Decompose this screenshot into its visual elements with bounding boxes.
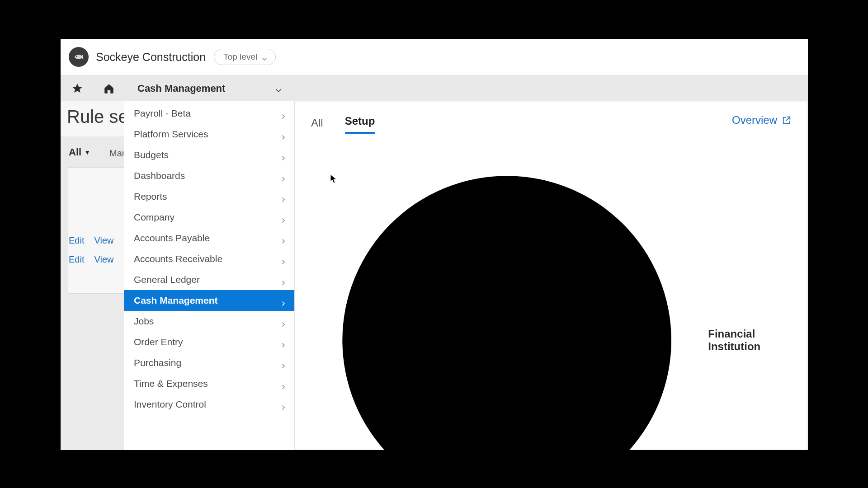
entity-level-label: Top level <box>223 52 257 62</box>
chevron-right-icon <box>281 194 286 199</box>
module-item-general-ledger[interactable]: General Ledger <box>124 269 294 290</box>
mega-tabs: All Setup <box>311 114 792 134</box>
secondary-nav: Cash Management <box>61 75 808 101</box>
chevron-right-icon <box>281 298 286 303</box>
page-body: Rule set All ▼ Man Edit View Edit View P… <box>61 101 808 450</box>
module-item-accounts-payable[interactable]: Accounts Payable <box>124 228 294 249</box>
module-item-label: General Ledger <box>134 274 200 285</box>
page-title: Rule set <box>67 107 133 127</box>
chevron-right-icon <box>281 235 286 241</box>
mega-menu-content: All Setup Overview Financial Institution… <box>295 101 808 450</box>
overview-label: Overview <box>732 114 777 127</box>
tab-all[interactable]: All <box>311 117 323 134</box>
app-window: Sockeye Construction Top level Cash Mana… <box>61 39 808 450</box>
module-item-reports[interactable]: Reports <box>124 186 294 207</box>
view-filter-label: All <box>69 146 81 158</box>
entity-level-dropdown[interactable]: Top level <box>214 49 276 65</box>
tab-setup[interactable]: Setup <box>345 115 375 134</box>
view-link[interactable]: View <box>94 254 113 265</box>
caret-down-icon: ▼ <box>84 149 90 156</box>
external-link-icon <box>782 115 792 125</box>
overview-link[interactable]: Overview <box>732 114 792 127</box>
chevron-right-icon <box>281 256 286 262</box>
edit-link[interactable]: Edit <box>69 235 84 246</box>
top-header: Sockeye Construction Top level <box>61 39 808 75</box>
mega-menu-modules: Payroll - BetaPlatform ServicesBudgetsDa… <box>124 101 295 450</box>
company-name: Sockeye Construction <box>96 51 206 64</box>
fish-icon <box>72 51 85 63</box>
module-dropdown[interactable]: Cash Management <box>137 83 282 94</box>
chevron-down-icon <box>275 85 282 92</box>
module-item-budgets[interactable]: Budgets <box>124 145 294 165</box>
module-item-inventory-control[interactable]: Inventory Control <box>124 394 294 415</box>
table-row: Edit View <box>69 231 113 249</box>
module-item-cash-management[interactable]: Cash Management <box>124 290 294 311</box>
module-item-label: Payroll - Beta <box>134 108 191 119</box>
chevron-right-icon <box>281 402 286 407</box>
module-item-time-expenses[interactable]: Time & Expenses <box>124 373 294 394</box>
svg-point-0 <box>76 56 77 57</box>
module-item-payroll-beta[interactable]: Payroll - Beta <box>124 103 294 124</box>
home-icon[interactable] <box>103 83 115 94</box>
company-logo[interactable] <box>69 47 89 67</box>
edit-link[interactable]: Edit <box>69 254 84 265</box>
module-item-jobs[interactable]: Jobs <box>124 311 294 332</box>
chevron-right-icon <box>281 152 286 158</box>
module-label: Cash Management <box>137 83 225 94</box>
module-item-platform-services[interactable]: Platform Services <box>124 124 294 145</box>
module-item-label: Jobs <box>134 316 154 327</box>
module-item-dashboards[interactable]: Dashboards <box>124 165 294 186</box>
module-item-company[interactable]: Company <box>124 207 294 228</box>
module-item-label: Time & Expenses <box>134 378 208 389</box>
add-icon[interactable] <box>311 145 703 450</box>
module-item-order-entry[interactable]: Order Entry <box>124 332 294 352</box>
chevron-right-icon <box>281 339 286 345</box>
module-item-label: Accounts Receivable <box>134 253 222 264</box>
module-item-label: Order Entry <box>134 337 183 347</box>
view-link[interactable]: View <box>94 235 113 246</box>
chevron-right-icon <box>281 215 286 220</box>
chevron-right-icon <box>281 381 286 386</box>
table-row: Edit View <box>69 250 113 268</box>
chevron-right-icon <box>281 360 286 366</box>
module-item-label: Budgets <box>134 150 169 160</box>
module-item-purchasing[interactable]: Purchasing <box>124 352 294 373</box>
module-item-label: Platform Services <box>134 129 208 140</box>
module-item-label: Inventory Control <box>134 399 206 410</box>
svg-point-1 <box>342 176 671 450</box>
module-item-label: Reports <box>134 191 167 202</box>
chevron-right-icon <box>281 173 286 178</box>
section-financial-institution[interactable]: Financial Institution <box>311 145 792 450</box>
section-label: Financial Institution <box>708 328 792 353</box>
chevron-down-icon <box>262 54 267 60</box>
mega-menu: Payroll - BetaPlatform ServicesBudgetsDa… <box>124 101 808 450</box>
chevron-right-icon <box>281 131 286 137</box>
module-item-label: Dashboards <box>134 170 185 181</box>
module-item-accounts-receivable[interactable]: Accounts Receivable <box>124 249 294 269</box>
chevron-right-icon <box>281 111 286 116</box>
view-filter-dropdown[interactable]: All ▼ <box>69 146 90 158</box>
favorites-star-icon[interactable] <box>71 83 83 94</box>
chevron-right-icon <box>281 319 286 324</box>
module-item-label: Company <box>134 212 175 223</box>
module-item-label: Purchasing <box>134 357 181 368</box>
module-item-label: Cash Management <box>134 295 218 306</box>
module-item-label: Accounts Payable <box>134 233 210 244</box>
chevron-right-icon <box>281 277 286 282</box>
